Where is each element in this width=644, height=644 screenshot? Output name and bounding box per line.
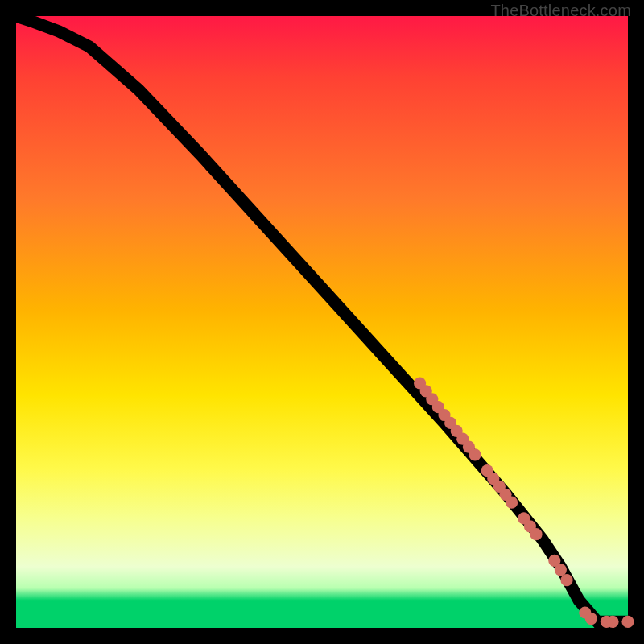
data-marker <box>606 616 618 628</box>
data-marker <box>585 613 597 625</box>
data-marker <box>560 574 572 586</box>
data-marker <box>469 448 481 460</box>
data-marker <box>555 564 567 576</box>
data-marker <box>506 497 518 509</box>
marker-group <box>414 377 634 628</box>
data-marker <box>530 528 542 540</box>
data-marker <box>621 616 634 628</box>
chart-svg <box>16 16 628 628</box>
chart-frame: TheBottleneck.com <box>16 16 628 628</box>
